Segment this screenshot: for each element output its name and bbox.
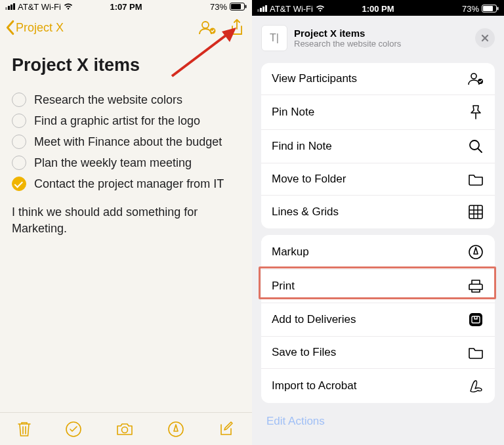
trash-button[interactable] — [17, 421, 32, 438]
participants-icon — [467, 72, 484, 85]
svg-point-13 — [471, 74, 476, 79]
action-save-to-files[interactable]: Save to Files — [261, 336, 495, 368]
chevron-left-icon — [4, 20, 16, 35]
wifi-icon — [316, 5, 325, 12]
action-add-to-deliveries[interactable]: Add to Deliveries — [261, 303, 495, 336]
folder-icon — [467, 173, 484, 186]
acrobat-icon — [467, 378, 484, 394]
checkbox-checked-icon[interactable] — [12, 177, 26, 191]
svg-rect-2 — [245, 5, 247, 9]
svg-rect-18 — [469, 313, 482, 326]
participants-button[interactable] — [198, 20, 217, 35]
checklist-item[interactable]: Find a graphic artist for the logo — [12, 114, 240, 128]
folder-icon — [467, 346, 484, 359]
action-print[interactable]: Print — [261, 269, 495, 303]
action-find-in-note[interactable]: Find in Note — [261, 129, 495, 163]
note-title: Project X items — [12, 55, 240, 75]
checkbox-icon[interactable] — [12, 135, 26, 149]
svg-rect-12 — [497, 7, 499, 11]
camera-button[interactable] — [116, 422, 134, 436]
grid-icon — [467, 205, 484, 219]
clock: 1:07 PM — [86, 2, 167, 12]
search-icon — [467, 139, 484, 154]
battery-percent: 73% — [210, 2, 227, 12]
check-circle-icon — [65, 421, 82, 438]
checklist-item[interactable]: Research the website colors — [12, 93, 240, 107]
checkbox-icon[interactable] — [12, 114, 26, 128]
note-thumbnail: T| — [261, 25, 287, 51]
action-move-to-folder[interactable]: Move to Folder — [261, 163, 495, 195]
checklist-item[interactable]: Meet with Finance about the budget — [12, 135, 240, 149]
camera-icon — [116, 422, 134, 436]
notes-toolbar — [0, 412, 252, 445]
close-button[interactable] — [475, 28, 495, 48]
signal-icon — [257, 5, 267, 12]
phone-left: AT&T Wi-Fi 1:07 PM 73% Project X Project… — [0, 0, 252, 445]
actions-group-1: View Participants Pin Note Find in Note … — [261, 63, 495, 228]
carrier-label: AT&T Wi-Fi — [18, 2, 61, 12]
phone-right: AT&T Wi-Fi 1:00 PM 73% T| Project X item… — [252, 0, 504, 445]
pin-icon — [467, 104, 484, 120]
action-view-participants[interactable]: View Participants — [261, 63, 495, 95]
share-icon — [230, 19, 244, 36]
share-button[interactable] — [230, 19, 244, 36]
status-bar: AT&T Wi-Fi 1:00 PM 73% — [252, 0, 504, 16]
signal-icon — [5, 3, 15, 10]
markup-button[interactable] — [167, 421, 184, 438]
compose-button[interactable] — [218, 421, 235, 438]
print-icon — [467, 279, 484, 293]
action-markup[interactable]: Markup — [261, 235, 495, 269]
share-sheet-header: T| Project X items Research the website … — [252, 16, 504, 63]
back-label: Project X — [16, 21, 64, 35]
actions-group-2-wrap: Markup Print Add to Deliveries Save to F… — [252, 235, 504, 403]
svg-rect-11 — [483, 6, 493, 11]
carrier-label: AT&T Wi-Fi — [270, 4, 313, 14]
clock: 1:00 PM — [338, 4, 419, 14]
checklist-item[interactable]: Plan the weekly team meeting — [12, 156, 240, 170]
action-pin-note[interactable]: Pin Note — [261, 95, 495, 129]
markup-icon — [167, 421, 184, 438]
actions-group-2: Markup Print Add to Deliveries Save to F… — [261, 235, 495, 403]
participants-icon — [198, 20, 217, 35]
sheet-subtitle: Research the website colors — [294, 39, 469, 49]
battery-icon — [482, 5, 499, 12]
note-body[interactable]: Project X items Research the website col… — [0, 55, 252, 237]
trash-icon — [17, 421, 32, 438]
svg-point-3 — [202, 22, 209, 28]
checkbox-icon[interactable] — [12, 156, 26, 170]
checklist-button[interactable] — [65, 421, 82, 438]
sheet-title: Project X items — [294, 28, 469, 39]
markup-icon — [467, 244, 484, 260]
checklist-item[interactable]: Contact the project manager from IT — [12, 177, 240, 191]
wifi-icon — [64, 3, 73, 10]
compose-icon — [218, 421, 235, 438]
svg-rect-16 — [469, 205, 482, 219]
action-lines-grids[interactable]: Lines & Grids — [261, 195, 495, 228]
checkbox-icon[interactable] — [12, 93, 26, 107]
status-bar: AT&T Wi-Fi 1:07 PM 73% — [0, 0, 252, 13]
battery-icon — [230, 3, 247, 11]
action-import-to-acrobat[interactable]: Import to Acrobat — [261, 368, 495, 403]
deliveries-icon — [467, 312, 484, 327]
edit-actions-button[interactable]: Edit Actions — [252, 410, 504, 433]
notes-nav: Project X — [0, 13, 252, 39]
checklist: Research the website colors Find a graph… — [12, 93, 240, 191]
back-button[interactable]: Project X — [4, 20, 64, 35]
svg-rect-1 — [231, 4, 241, 9]
battery-percent: 73% — [462, 4, 479, 14]
note-text: I think we should add something for Mark… — [12, 204, 240, 237]
close-icon — [481, 34, 489, 42]
svg-point-8 — [121, 427, 127, 433]
